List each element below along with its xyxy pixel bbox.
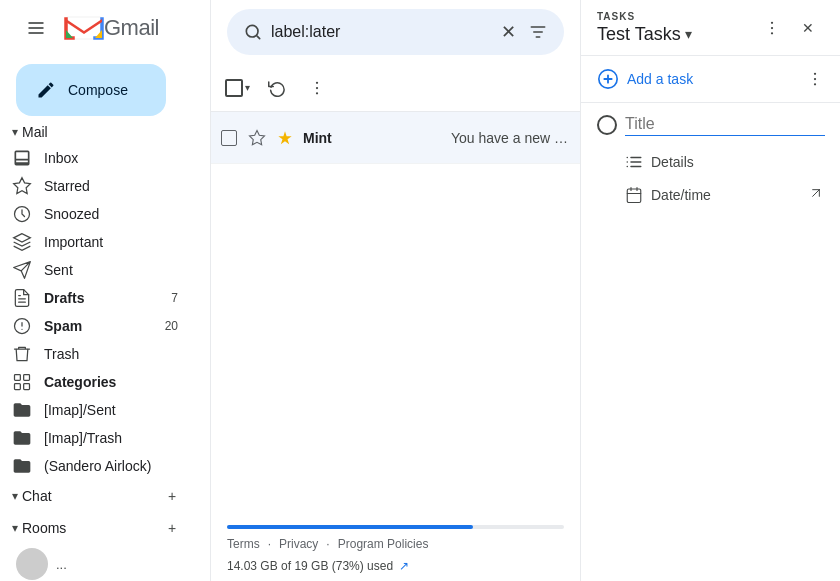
trash-icon (12, 344, 32, 364)
svg-point-18 (771, 26, 773, 28)
folder-imap-trash-icon (12, 428, 32, 448)
search-submit-button[interactable] (243, 22, 263, 42)
sidebar-item-sanderson[interactable]: (Sandero Airlock) (0, 452, 194, 480)
task-complete-button[interactable] (597, 115, 617, 135)
menu-button[interactable] (16, 8, 56, 48)
storage-progress-bar (227, 525, 564, 529)
search-input[interactable] (271, 23, 493, 41)
drafts-icon (12, 288, 32, 308)
mail-section-label: Mail (22, 124, 48, 140)
svg-point-14 (316, 81, 318, 83)
rooms-chevron-icon: ▾ (12, 521, 18, 535)
select-all-button[interactable]: ▾ (219, 70, 255, 106)
sent-label: Sent (44, 262, 178, 278)
rooms-section-label: Rooms (22, 520, 66, 536)
dot-separator-1: · (268, 537, 271, 551)
task-item: Details Date/time (581, 103, 840, 218)
dot-separator-2: · (326, 537, 329, 551)
mail-section-header[interactable]: ▾ Mail (0, 120, 194, 144)
svg-point-19 (771, 32, 773, 34)
rooms-avatar (16, 548, 48, 580)
add-task-row[interactable]: Add a task (581, 56, 840, 103)
inbox-label: Inbox (44, 150, 178, 166)
add-task-more-button[interactable] (806, 70, 824, 88)
snooze-icon (12, 204, 32, 224)
sidebar-item-imap-trash[interactable]: [Imap]/Trash (0, 424, 194, 452)
important-icon (12, 232, 32, 252)
trash-label: Trash (44, 346, 178, 362)
open-storage-icon[interactable]: ↗ (399, 559, 409, 573)
tasks-dropdown-button[interactable]: ▾ (685, 26, 692, 42)
svg-point-17 (771, 21, 773, 23)
svg-point-15 (316, 86, 318, 88)
task-title-input[interactable] (625, 115, 825, 136)
sidebar-item-starred[interactable]: Starred (0, 172, 194, 200)
sidebar-item-imap-sent[interactable]: [Imap]/Sent (0, 396, 194, 424)
storage-usage-text: 14.03 GB of 19 GB (73%) used (227, 559, 393, 573)
sidebar-item-important[interactable]: Important (0, 228, 194, 256)
rooms-section-header[interactable]: ▾ Rooms + (0, 512, 194, 544)
inbox-icon (12, 148, 32, 168)
rooms-add-button[interactable]: + (158, 514, 186, 542)
email-snippet: You have a new bill fr (451, 130, 572, 146)
task-datetime-label: Date/time (651, 187, 711, 203)
rooms-label: ... (56, 557, 67, 572)
chat-section-label: Chat (22, 488, 52, 504)
svg-point-22 (814, 78, 816, 80)
task-item-more-button[interactable] (833, 111, 840, 139)
search-clear-button[interactable]: ✕ (501, 21, 516, 43)
svg-rect-27 (627, 189, 641, 203)
tasks-panel: TASKS Test Tasks ▾ ✕ Add a task (580, 0, 840, 581)
task-details-button[interactable]: Details (625, 147, 824, 177)
tasks-header-info: TASKS Test Tasks ▾ (597, 11, 692, 45)
privacy-link[interactable]: Privacy (279, 537, 318, 551)
chat-add-button[interactable]: + (158, 482, 186, 510)
svg-rect-9 (15, 384, 21, 390)
compose-label: Compose (68, 82, 128, 98)
sidebar-item-trash[interactable]: Trash (0, 340, 194, 368)
tasks-close-button[interactable]: ✕ (792, 12, 824, 44)
svg-point-23 (814, 83, 816, 85)
email-checkbox[interactable] (219, 130, 239, 146)
more-options-button[interactable] (299, 70, 335, 106)
task-details-label: Details (651, 154, 694, 170)
tasks-more-button[interactable] (756, 12, 788, 44)
spam-count: 20 (165, 319, 178, 333)
program-policies-link[interactable]: Program Policies (338, 537, 429, 551)
email-toolbar: ▾ (211, 64, 580, 112)
calendar-icon (625, 186, 643, 204)
details-icon (625, 153, 643, 171)
sidebar-item-drafts[interactable]: Drafts 7 (0, 284, 194, 312)
starred-label: Starred (44, 178, 178, 194)
gmail-logo-text: Gmail (104, 15, 159, 41)
chevron-down-icon: ▾ (12, 125, 18, 139)
folder-imap-sent-icon (12, 400, 32, 420)
folder-sanderson-icon (12, 456, 32, 476)
sidebar-item-inbox[interactable]: Inbox (0, 144, 194, 172)
email-star-button[interactable] (247, 129, 267, 147)
rooms-item[interactable]: ... (0, 544, 210, 581)
task-datetime-expand-button[interactable] (808, 185, 824, 204)
spam-label: Spam (44, 318, 153, 334)
svg-rect-7 (15, 375, 21, 381)
sidebar-item-categories[interactable]: Categories (0, 368, 194, 396)
email-sender: Mint (303, 130, 443, 146)
footer-bar: Terms · Privacy · Program Policies 14.03… (211, 517, 580, 581)
sidebar-item-snoozed[interactable]: Snoozed (0, 200, 194, 228)
compose-button[interactable]: Compose (16, 64, 166, 116)
sidebar-item-spam[interactable]: Spam 20 (0, 312, 194, 340)
imap-sent-label: [Imap]/Sent (44, 402, 178, 418)
sidebar: Gmail Compose ▾ Mail Inbox Starred Snooz… (0, 0, 210, 581)
task-datetime-button[interactable]: Date/time (625, 179, 824, 210)
gmail-logo (64, 14, 104, 42)
refresh-button[interactable] (259, 70, 295, 106)
table-row[interactable]: Mint You have a new bill fr (211, 112, 580, 164)
tasks-header-actions: ✕ (756, 12, 824, 44)
important-label: Important (44, 234, 178, 250)
star-icon (12, 176, 32, 196)
chat-section-header[interactable]: ▾ Chat + (0, 480, 194, 512)
search-filter-button[interactable] (528, 22, 548, 42)
sidebar-item-sent[interactable]: Sent (0, 256, 194, 284)
tasks-header: TASKS Test Tasks ▾ ✕ (581, 0, 840, 56)
terms-link[interactable]: Terms (227, 537, 260, 551)
